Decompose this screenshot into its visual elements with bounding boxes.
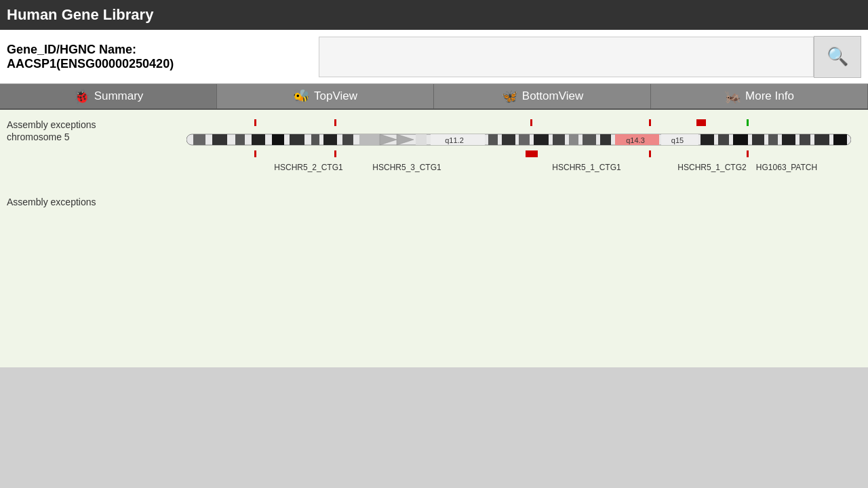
marker-above-2 [334,119,336,126]
svg-text:q11.2: q11.2 [445,136,464,144]
svg-rect-7 [311,134,319,145]
summary-icon: 🐞 [73,88,90,104]
marker-below-4 [649,150,651,157]
tab-bottomview[interactable]: 🦋 BottomView [434,84,651,108]
svg-rect-34 [800,134,810,145]
svg-rect-6 [290,134,304,145]
svg-rect-16 [488,134,498,145]
marker-above-5 [696,119,706,126]
marker-above-3 [530,119,532,126]
markers-above [186,119,851,129]
marker-above-1 [254,119,256,126]
tabs-bar: 🐞 Summary 🐝 TopView 🦋 BottomView 🦗 More … [0,84,868,110]
left-labels: Assembly exceptions chromosome 5 [7,119,186,146]
svg-rect-19 [534,134,549,145]
svg-rect-8 [323,134,337,145]
tab-topview[interactable]: 🐝 TopView [217,84,434,108]
ctg-labels: HSCHR5_2_CTG1 HSCHR5_3_CTG1 HSCHR5_1_CTG… [186,163,861,195]
svg-rect-36 [833,134,847,145]
tab-moreinfo-label: More Info [745,89,794,103]
svg-rect-13 [416,134,427,145]
svg-rect-28 [701,134,714,145]
search-button[interactable]: 🔍 [814,36,861,78]
app-title: Human Gene Library [7,6,153,24]
ctg-label-4: HSCHR5_1_CTG2 [677,163,746,172]
chromosome-diagram: q11.2 q14.3 q15 [186,119,861,195]
gene-row: Gene_ID/HGNC Name: AACSP1(ENSG0000025042… [0,30,868,84]
svg-rect-9 [342,134,353,145]
marker-below-5 [747,150,749,157]
svg-rect-33 [782,134,795,145]
tab-topview-label: TopView [314,89,357,103]
svg-rect-32 [768,134,778,145]
svg-rect-18 [519,134,530,145]
marker-below-1 [254,150,256,157]
svg-rect-29 [718,134,729,145]
svg-text:q15: q15 [671,136,684,144]
search-input[interactable] [319,37,813,77]
moreinfo-icon: 🦗 [724,88,741,104]
tab-summary[interactable]: 🐞 Summary [0,84,217,108]
tab-bottomview-label: BottomView [522,89,583,103]
svg-rect-23 [600,134,611,145]
left-labels-2: Assembly exceptions [7,197,186,207]
ctg-label-2: HSCHR5_3_CTG1 [372,163,441,172]
gene-id-label: Gene_ID/HGNC Name: AACSP1(ENSG0000025042… [7,43,319,71]
svg-rect-5 [272,134,284,145]
svg-text:q14.3: q14.3 [626,136,645,144]
tab-summary-label: Summary [94,89,144,103]
assembly-exceptions-label: Assembly exceptions [7,119,186,130]
svg-rect-22 [583,134,596,145]
svg-rect-4 [252,134,265,145]
assembly-exceptions-label2: Assembly exceptions [7,197,186,207]
svg-rect-35 [814,134,829,145]
markers-below [186,150,851,160]
svg-rect-17 [502,134,515,145]
marker-below-2 [334,150,336,157]
app-header: Human Gene Library [0,0,868,30]
svg-rect-30 [733,134,748,145]
svg-rect-1 [193,134,205,145]
svg-rect-21 [569,134,578,145]
marker-above-4 [649,119,651,126]
svg-rect-10 [359,134,380,145]
search-icon: 🔍 [827,46,848,67]
topview-icon: 🐝 [293,88,310,104]
ctg-label-5: HG1063_PATCH [756,163,817,172]
svg-rect-2 [212,134,227,145]
ctg-label-1: HSCHR5_2_CTG1 [274,163,342,172]
chromosome-bar: q11.2 q14.3 q15 [186,130,851,149]
svg-rect-20 [553,134,565,145]
svg-rect-31 [752,134,764,145]
tab-moreinfo[interactable]: 🦗 More Info [651,84,868,108]
search-input-wrapper[interactable] [319,37,814,77]
marker-above-green [747,119,749,126]
bottomview-icon: 🦋 [501,88,518,104]
chromosome-label: chromosome 5 [7,131,186,142]
ctg-label-3: HSCHR5_1_CTG1 [552,163,620,172]
content-area: Assembly exceptions chromosome 5 [0,110,868,367]
marker-below-3 [526,150,538,157]
svg-rect-3 [235,134,245,145]
